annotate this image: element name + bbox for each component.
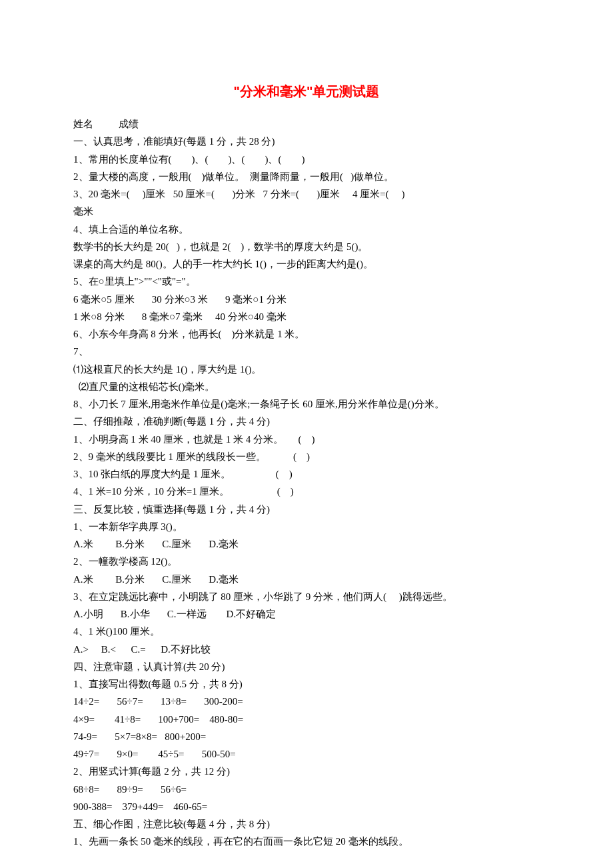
text-line: 3、在立定跳远比赛中，小明跳了 80 厘米，小华跳了 9 分米，他们两人( )跳… (73, 588, 540, 605)
text-line: 6、小东今年身高 8 分米，他再长( )分米就是 1 米。 (73, 325, 540, 343)
text-line: 课桌的高大约是 80()。人的手一柞大约长 1()，一步的距离大约是()。 (73, 255, 540, 273)
text-line: 49÷7= 9×0= 45÷5= 500-50= (73, 745, 540, 763)
text-line: 1、先画一条长 50 毫米的线段，再在它的右面画一条比它短 20 毫米的线段。 (73, 833, 540, 850)
text-line: 900-388= 379+449= 460-65= (73, 798, 540, 815)
document-body: 姓名 成绩一、认真思考，准能填好(每题 1 分，共 28 分)1、常用的长度单位… (73, 115, 540, 851)
text-line: 4、填上合适的单位名称。 (73, 221, 540, 238)
text-line: 2、用竖式计算(每题 2 分，共 12 分) (73, 763, 540, 780)
text-line: 2、量大楼的高度，一般用( )做单位。 测量降雨量，一般用( )做单位。 (73, 168, 540, 185)
text-line: 1、一本新华字典厚 3()。 (73, 518, 540, 535)
text-line: A.小明 B.小华 C.一样远 D.不好确定 (73, 605, 540, 623)
text-line: 1、常用的长度单位有( )、( )、( )、( ) (73, 151, 540, 168)
text-line: 一、认真思考，准能填好(每题 1 分，共 28 分) (73, 133, 540, 150)
text-line: 三、反复比较，慎重选择(每题 1 分，共 4 分) (73, 501, 540, 518)
text-line: 二、仔细推敲，准确判断(每题 1 分，共 4 分) (73, 413, 540, 430)
text-line: ⑵直尺量的这根铅芯长()毫米。 (73, 378, 540, 395)
text-line: A.米 B.分米 C.厘米 D.毫米 (73, 535, 540, 553)
text-line: 74-9= 5×7=8×8= 800+200= (73, 728, 540, 745)
text-line: 2、一幢教学楼高 12()。 (73, 553, 540, 570)
text-line: 1、直接写出得数(每题 0.5 分，共 8 分) (73, 675, 540, 693)
text-line: 2、9 毫米的线段要比 1 厘米的线段长一些。 ( ) (73, 448, 540, 465)
text-line: ⑴这根直尺的长大约是 1()，厚大约是 1()。 (73, 361, 540, 378)
text-line: 四、注意审题，认真计算(共 20 分) (73, 658, 540, 675)
text-line: 3、10 张白纸的厚度大约是 1 厘米。 ( ) (73, 465, 540, 483)
text-line: 6 毫米○5 厘米 30 分米○3 米 9 毫米○1 分米 (73, 291, 540, 308)
text-line: 数学书的长大约是 20( )，也就是 2( )，数学书的厚度大约是 5()。 (73, 238, 540, 255)
text-line: 毫米 (73, 203, 540, 220)
text-line: 7、 (73, 343, 540, 360)
text-line: 68÷8= 89÷9= 56÷6= (73, 781, 540, 798)
text-line: 8、小刀长 7 厘米,用毫米作单位是()毫米;一条绳子长 60 厘米,用分米作单… (73, 395, 540, 413)
text-line: 14÷2= 56÷7= 13÷8= 300-200= (73, 693, 540, 710)
text-line: A.米 B.分米 C.厘米 D.毫米 (73, 571, 540, 588)
text-line: 5、在○里填上">""<"或"="。 (73, 273, 540, 290)
text-line: 五、细心作图，注意比较(每题 4 分，共 8 分) (73, 815, 540, 833)
text-line: 姓名 成绩 (73, 115, 540, 133)
text-line: 4×9= 41÷8= 100+700= 480-80= (73, 711, 540, 728)
text-line: 1、小明身高 1 米 40 厘米，也就是 1 米 4 分米。 ( ) (73, 431, 540, 448)
text-line: 4、1 米()100 厘米。 (73, 623, 540, 640)
document-title: "分米和毫米"单元测试题 (73, 80, 540, 103)
text-line: 1 米○8 分米 8 毫米○7 毫米 40 分米○40 毫米 (73, 308, 540, 325)
text-line: 3、20 毫米=( )厘米 50 厘米=( )分米 7 分米=( )厘米 4 厘… (73, 185, 540, 203)
text-line: 4、1 米=10 分米，10 分米=1 厘米。 ( ) (73, 483, 540, 500)
text-line: A.> B.< C.= D.不好比较 (73, 641, 540, 658)
